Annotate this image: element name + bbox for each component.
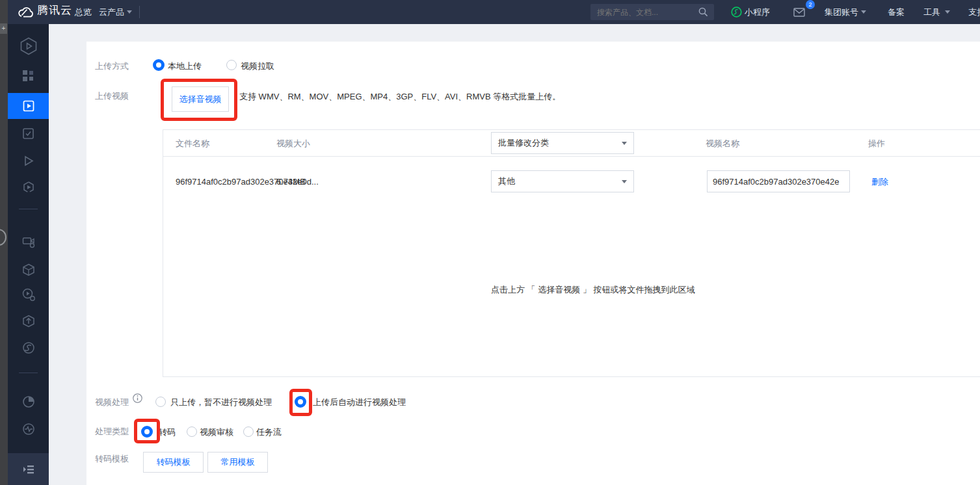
nav-products[interactable]: 云产品 — [99, 8, 124, 17]
radio-task-flow-label[interactable]: 任务流 — [256, 427, 282, 437]
sidebar-item-video-produce[interactable] — [8, 229, 49, 255]
nav-tools[interactable]: 工具 — [923, 8, 940, 17]
chevron-down-icon — [622, 142, 627, 145]
col-action: 操作 — [868, 138, 885, 148]
search-input[interactable] — [590, 4, 695, 20]
nav-beian[interactable]: 备案 — [888, 8, 905, 17]
radio-transcode-label[interactable]: 转码 — [159, 427, 176, 437]
sidebar-item-resources[interactable] — [8, 257, 49, 283]
sidebar-item-usage[interactable] — [8, 389, 49, 415]
brand-name[interactable]: 腾讯云 — [37, 6, 72, 15]
format-hint: 支持 WMV、RM、MOV、MPEG、MP4、3GP、FLV、AVI、RMVB … — [239, 92, 561, 101]
collapse-menu-icon — [22, 464, 35, 475]
transcode-template-button[interactable]: 转码模板 — [143, 452, 204, 473]
sidebar-item-media-process[interactable] — [8, 174, 49, 200]
radio-video-review[interactable] — [187, 426, 197, 437]
resource-cube-icon — [22, 263, 35, 276]
radio-local-upload[interactable] — [153, 59, 165, 71]
play-preview-icon — [22, 155, 34, 167]
batch-category-select[interactable]: 批量修改分类 — [491, 132, 634, 154]
delete-link[interactable]: 删除 — [871, 177, 888, 187]
chevron-down-icon — [861, 10, 866, 14]
radio-video-pull[interactable] — [226, 60, 237, 70]
overview-grid-icon — [22, 70, 34, 82]
sidebar-item-media-assets-active[interactable] — [8, 93, 49, 119]
usage-pie-icon — [22, 395, 35, 408]
batch-category-select-value: 批量修改分类 — [498, 138, 549, 148]
annotation-box-transcode — [134, 419, 160, 443]
data-s-icon — [22, 341, 35, 354]
upload-hex-icon — [22, 315, 35, 328]
sidebar-item-data-service[interactable] — [8, 335, 49, 361]
cell-size: 6.73MB — [276, 177, 306, 187]
info-icon[interactable] — [133, 393, 142, 403]
annotation-box-select-media — [161, 79, 237, 121]
upload-drop-zone[interactable] — [163, 129, 980, 377]
col-video-name: 视频名称 — [706, 138, 739, 148]
nav-overview[interactable]: 总览 — [75, 8, 92, 17]
video-produce-icon — [22, 235, 35, 248]
sidebar-item-review[interactable] — [8, 120, 49, 146]
sidebar-item-play-preview[interactable] — [8, 148, 49, 174]
sidebar-item-overview[interactable] — [8, 62, 49, 88]
sidebar-item-upload-storage[interactable] — [8, 308, 49, 334]
processing-type-label: 处理类型 — [95, 426, 129, 436]
radio-video-review-label[interactable]: 视频审核 — [200, 427, 233, 437]
task-gear-icon — [22, 288, 35, 301]
review-check-icon — [22, 127, 34, 140]
top-navbar: 腾讯云 总览 云产品 小程序 2 集团账号 备案 工具 支持 — [8, 0, 980, 24]
chevron-down-icon — [127, 10, 132, 14]
sidebar-divider — [19, 373, 38, 373]
mail-badge: 2 — [806, 0, 815, 9]
drop-zone-hint: 点击上方 「 选择音视频 」 按钮或将文件拖拽到此区域 — [491, 285, 695, 295]
page: 腾讯云 总览 云产品 小程序 2 集团账号 备案 工具 支持 — [0, 0, 980, 485]
left-strip-plus: + — [0, 23, 7, 34]
sidebar-item-task-center[interactable] — [8, 282, 49, 308]
chevron-down-icon — [622, 180, 627, 183]
sidebar — [8, 24, 49, 485]
nav-support[interactable]: 支持 — [968, 8, 980, 17]
nav-miniprogram[interactable]: 小程序 — [745, 8, 770, 17]
chevron-down-icon — [945, 10, 950, 14]
radio-upload-only[interactable] — [155, 397, 166, 407]
common-template-button[interactable]: 常用模板 — [207, 452, 268, 473]
sidebar-item-collapse[interactable] — [8, 453, 49, 485]
sidebar-divider — [19, 209, 38, 209]
tencent-cloud-logo-icon[interactable] — [16, 5, 34, 20]
media-assets-icon — [22, 99, 35, 112]
radio-video-pull-label[interactable]: 视频拉取 — [241, 61, 274, 71]
radio-task-flow[interactable] — [243, 426, 254, 437]
product-searchbox[interactable] — [590, 4, 714, 20]
video-processing-label: 视频处理 — [95, 397, 129, 407]
row-category-select-value: 其他 — [498, 176, 515, 186]
row-category-select[interactable]: 其他 — [491, 170, 634, 192]
transcode-template-label: 转码模板 — [95, 454, 129, 464]
sidebar-item-monitoring[interactable] — [8, 416, 49, 442]
col-file-name: 文件名称 — [176, 138, 209, 148]
video-name-input[interactable] — [707, 170, 850, 192]
annotation-box-auto-process — [289, 389, 312, 416]
search-icon[interactable] — [698, 7, 708, 17]
nav-account[interactable]: 集团账号 — [825, 8, 858, 17]
upload-method-label: 上传方式 — [95, 61, 129, 71]
col-size: 视频大小 — [276, 138, 310, 148]
navbar-divider — [139, 6, 140, 18]
mail-icon[interactable] — [793, 8, 805, 17]
radio-local-upload-label[interactable]: 本地上传 — [168, 61, 202, 71]
vod-logo-icon — [19, 36, 38, 56]
media-process-icon — [22, 181, 35, 194]
radio-auto-process-label[interactable]: 上传后自动进行视频处理 — [313, 397, 406, 407]
monitor-pulse-icon — [22, 423, 35, 436]
sidebar-item-vod-logo[interactable] — [8, 33, 49, 60]
upload-video-label: 上传视频 — [95, 91, 129, 101]
miniprogram-icon — [731, 7, 742, 18]
radio-upload-only-label[interactable]: 只上传，暂不进行视频处理 — [170, 397, 272, 407]
